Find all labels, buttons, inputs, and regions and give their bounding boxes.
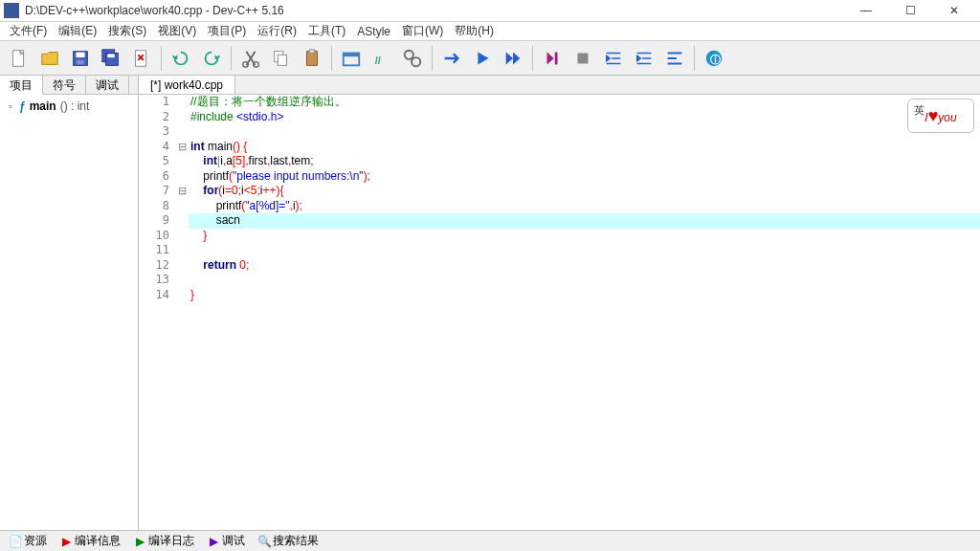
code-line-10[interactable]: } [189, 229, 980, 244]
project-button[interactable] [337, 44, 366, 73]
save-button[interactable] [66, 44, 95, 73]
ime-indicator: 英 [914, 103, 924, 118]
code-editor[interactable]: 1234567891011121314 //题目：将一个数组逆序输出。#incl… [139, 95, 980, 530]
bottom-tab-1[interactable]: ▶编译信息 [55, 531, 126, 551]
code-line-3[interactable] [189, 124, 980, 140]
tree-node-main[interactable]: ▫ ƒ main () : int [4, 99, 134, 114]
code-line-4[interactable]: int main() { [189, 140, 980, 155]
menu-item-9[interactable]: 帮助(H) [449, 21, 500, 41]
cut-button[interactable] [236, 44, 265, 73]
copy-button[interactable] [267, 44, 296, 73]
bottom-tab-icon: ▶ [208, 536, 219, 547]
code-line-1[interactable]: //题目：将一个数组逆序输出。 [189, 95, 980, 110]
menu-bar: 文件(F)编辑(E)搜索(S)视图(V)项目(P)运行(R)工具(T)AStyl… [0, 22, 980, 41]
code-line-9[interactable]: sacn [189, 213, 980, 229]
maximize-button[interactable]: ☐ [888, 0, 932, 22]
code-line-14[interactable]: } [189, 288, 980, 303]
side-tab-2[interactable]: 调试 [86, 76, 129, 94]
side-tab-0[interactable]: 项目 [0, 76, 43, 95]
main-area: 项目符号调试 ▫ ƒ main () : int [*] work40.cpp … [0, 76, 980, 530]
code-line-13[interactable] [189, 273, 980, 288]
menu-item-2[interactable]: 搜索(S) [102, 21, 152, 41]
tree-fn-signature: () : int [60, 99, 90, 113]
redo-button[interactable] [197, 44, 226, 73]
menu-item-1[interactable]: 编辑(E) [53, 21, 102, 41]
editor-tab-work40[interactable]: [*] work40.cpp [139, 76, 235, 94]
function-icon: ƒ [19, 99, 26, 113]
find-button[interactable] [398, 44, 427, 73]
editor-tab-label: [*] work40.cpp [150, 78, 223, 92]
menu-item-7[interactable]: AStyle [351, 23, 396, 40]
stop-button[interactable] [568, 44, 597, 73]
toolbar-separator [432, 46, 433, 71]
svg-rect-2 [76, 52, 84, 57]
code-line-6[interactable]: printf("please input numbers:\n"); [189, 169, 980, 185]
menu-item-6[interactable]: 工具(T) [302, 21, 351, 41]
code-line-12[interactable]: return 0; [189, 258, 980, 274]
paste-button[interactable] [298, 44, 326, 73]
toolbar-separator [694, 46, 695, 71]
bottom-tab-icon: 📄 [10, 536, 21, 547]
title-bar: D:\DEV-c++\workplace\work40.cpp - Dev-C+… [0, 0, 980, 22]
code-content[interactable]: //题目：将一个数组逆序输出。#include <stdio.h>int mai… [189, 95, 980, 530]
fold-gutter[interactable] [175, 95, 189, 530]
menu-item-4[interactable]: 项目(P) [202, 21, 252, 41]
bottom-tab-label: 调试 [222, 533, 245, 549]
svg-text://: // [375, 54, 381, 65]
svg-text:ⓘ: ⓘ [710, 53, 721, 64]
bottom-tab-icon: ▶ [134, 536, 145, 547]
new-file-button[interactable] [5, 44, 33, 73]
svg-rect-20 [578, 53, 589, 63]
bottom-tab-icon: 🔍 [258, 536, 270, 547]
step-button[interactable] [538, 44, 567, 73]
toolbar-separator [231, 46, 232, 71]
comment-button[interactable]: // [368, 44, 396, 73]
close-file-button[interactable] [127, 44, 156, 73]
undo-button[interactable] [167, 44, 195, 73]
svg-rect-15 [344, 53, 360, 56]
outdent-button[interactable] [599, 44, 628, 73]
open-file-button[interactable] [35, 44, 64, 73]
svg-rect-19 [555, 52, 558, 64]
bottom-tab-label: 编译信息 [75, 533, 121, 549]
compile-run-button[interactable] [499, 44, 527, 73]
menu-item-5[interactable]: 运行(R) [252, 21, 302, 41]
watermark-text: I♥you [924, 106, 956, 126]
side-panel: 项目符号调试 ▫ ƒ main () : int [0, 76, 139, 530]
window-controls: — ☐ ✕ [844, 0, 976, 22]
minimize-button[interactable]: — [844, 0, 888, 22]
bottom-tab-2[interactable]: ▶编译日志 [128, 531, 200, 551]
bottom-panel-tabs: 📄资源▶编译信息▶编译日志▶调试🔍搜索结果 [0, 530, 980, 551]
code-line-7[interactable]: for(i=0;i<5;i++){ [189, 184, 980, 199]
menu-item-3[interactable]: 视图(V) [152, 21, 202, 41]
bottom-tab-0[interactable]: 📄资源 [4, 531, 53, 551]
svg-rect-13 [309, 49, 315, 53]
code-line-5[interactable]: int|i,a[5],first,last,tem; [189, 154, 980, 169]
class-browser[interactable]: ▫ ƒ main () : int [0, 95, 138, 530]
menu-item-8[interactable]: 窗口(W) [396, 21, 449, 41]
format-button[interactable] [660, 44, 689, 73]
line-number-gutter: 1234567891011121314 [139, 95, 175, 530]
menu-item-0[interactable]: 文件(F) [4, 21, 53, 41]
bottom-tab-3[interactable]: ▶调试 [202, 531, 251, 551]
indent-button[interactable] [630, 44, 658, 73]
save-all-button[interactable] [97, 44, 125, 73]
code-line-2[interactable]: #include <stdio.h> [189, 110, 980, 125]
bottom-tab-4[interactable]: 🔍搜索结果 [253, 531, 324, 551]
tree-expand-icon[interactable]: ▫ [6, 99, 15, 113]
editor-area: [*] work40.cpp 1234567891011121314 //题目：… [139, 76, 980, 530]
goto-button[interactable] [437, 44, 466, 73]
window-title: D:\DEV-c++\workplace\work40.cpp - Dev-C+… [25, 4, 844, 17]
run-button[interactable] [468, 44, 497, 73]
code-line-11[interactable] [189, 243, 980, 258]
code-line-8[interactable]: printf("a[%d]=",i); [189, 199, 980, 214]
side-tab-1[interactable]: 符号 [43, 76, 86, 94]
watermark-badge: 英 I♥you [907, 99, 974, 133]
bottom-tab-label: 资源 [24, 533, 47, 549]
close-button[interactable]: ✕ [932, 0, 976, 22]
svg-rect-6 [107, 54, 114, 57]
editor-tabs: [*] work40.cpp [139, 76, 980, 95]
app-icon [4, 3, 19, 18]
bottom-tab-icon: ▶ [60, 536, 72, 547]
help-button[interactable]: ⓘ [700, 44, 728, 73]
